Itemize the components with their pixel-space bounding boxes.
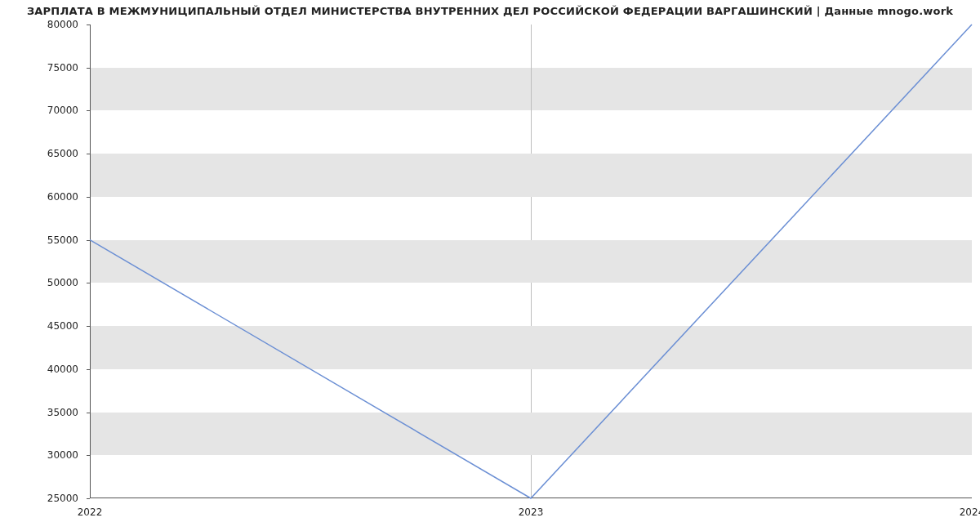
- plot-area: 2500030000350004000045000500005500060000…: [90, 25, 972, 498]
- y-tick-mark: [87, 110, 90, 111]
- y-tick-mark: [87, 240, 90, 241]
- y-tick-label: 35000: [47, 407, 78, 418]
- y-tick-mark: [87, 68, 90, 69]
- x-tick-label: 2024: [960, 506, 980, 518]
- y-tick-mark: [87, 455, 90, 456]
- chart-title: ЗАРПЛАТА В МЕЖМУНИЦИПАЛЬНЫЙ ОТДЕЛ МИНИСТ…: [0, 5, 980, 17]
- line-layer: [90, 25, 972, 498]
- y-tick-mark: [87, 283, 90, 283]
- y-tick-label: 70000: [47, 105, 78, 116]
- x-tick-label: 2022: [78, 506, 103, 518]
- y-tick-label: 25000: [47, 493, 78, 504]
- y-tick-mark: [87, 154, 90, 154]
- x-tick-label: 2023: [519, 506, 544, 518]
- y-tick-label: 40000: [47, 364, 78, 375]
- chart-container: ЗАРПЛАТА В МЕЖМУНИЦИПАЛЬНЫЙ ОТДЕЛ МИНИСТ…: [0, 0, 980, 531]
- y-tick-label: 50000: [47, 277, 78, 288]
- y-tick-label: 80000: [47, 19, 78, 30]
- y-tick-mark: [87, 498, 90, 499]
- y-tick-label: 30000: [47, 449, 78, 461]
- y-tick-label: 75000: [47, 62, 78, 74]
- y-tick-mark: [87, 369, 90, 370]
- series-line: [90, 25, 972, 498]
- y-tick-mark: [87, 326, 90, 327]
- y-tick-label: 65000: [47, 148, 78, 159]
- y-tick-mark: [87, 197, 90, 198]
- y-tick-label: 45000: [47, 320, 78, 332]
- y-tick-mark: [87, 25, 90, 25]
- y-tick-label: 60000: [47, 191, 78, 203]
- y-tick-label: 55000: [47, 234, 78, 246]
- y-tick-mark: [87, 413, 90, 413]
